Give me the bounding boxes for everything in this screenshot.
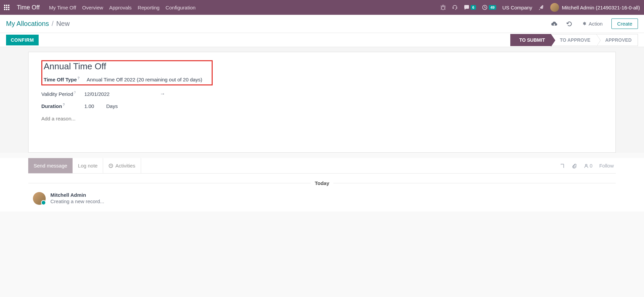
type-label: Time Off Type? [44, 76, 87, 82]
confirm-button[interactable]: CONFIRM [6, 35, 39, 45]
top-nav: Time Off My Time Off Overview Approvals … [0, 0, 644, 15]
validity-from[interactable]: 12/01/2022 [84, 91, 110, 97]
status-steps: TO SUBMIT TO APPROVE APPROVED [510, 33, 638, 47]
arrow-right-icon: → [160, 91, 165, 97]
message-item: Mitchell Admin Creating a new record... [28, 192, 616, 205]
activities-icon[interactable]: 49 [482, 5, 496, 10]
breadcrumb-current: New [56, 20, 70, 28]
chatter: Send message Log note Activities 0 Follo… [0, 158, 644, 212]
nav-configuration[interactable]: Configuration [166, 5, 196, 10]
tab-log-note[interactable]: Log note [73, 158, 103, 173]
duration-value[interactable]: 1.00 [84, 103, 94, 109]
step-approved[interactable]: APPROVED [596, 34, 638, 46]
control-panel: My Allocations / New Action Create [0, 15, 644, 33]
type-value[interactable]: Annual Time Off 2022 (20 remaining out o… [87, 77, 202, 82]
follow-button[interactable]: Follow [599, 163, 614, 169]
clock-icon [109, 163, 113, 168]
tools-icon[interactable] [538, 4, 544, 10]
user-name: Mitchell Admin (21490321-16-0-all) [562, 5, 640, 10]
svg-point-2 [586, 164, 587, 166]
user-menu[interactable]: Mitchell Admin (21490321-16-0-all) [550, 3, 640, 12]
activities-badge: 49 [489, 5, 496, 10]
apps-icon[interactable] [4, 5, 9, 10]
nav-approvals[interactable]: Approvals [109, 5, 132, 10]
support-icon[interactable] [452, 4, 458, 10]
message-author[interactable]: Mitchell Admin [50, 192, 104, 198]
date-today: Today [311, 180, 333, 186]
create-button[interactable]: Create [611, 18, 638, 29]
messages-icon[interactable]: 6 [464, 5, 476, 10]
highlight-annotation: Time Off Type? Annual Time Off 2022 (20 … [41, 60, 213, 85]
tab-activities[interactable]: Activities [103, 158, 141, 173]
help-icon[interactable]: ? [63, 103, 65, 107]
company-selector[interactable]: US Company [502, 5, 532, 10]
message-timeline: Today Mitchell Admin Creating a new reco… [28, 174, 616, 212]
breadcrumb: My Allocations / New [6, 20, 70, 28]
message-text: Creating a new record... [50, 198, 104, 204]
discard-icon[interactable] [566, 21, 572, 27]
user-avatar-icon [550, 3, 559, 12]
date-separator: Today [28, 180, 616, 186]
duration-unit: Days [106, 103, 118, 109]
chatter-tabs: Send message Log note Activities 0 Follo… [28, 158, 616, 174]
book-icon[interactable] [560, 163, 565, 169]
debug-icon[interactable] [440, 5, 446, 10]
step-to-approve[interactable]: TO APPROVE [551, 34, 596, 46]
form-sheet: Time Off Type? Annual Time Off 2022 (20 … [28, 52, 616, 153]
help-icon[interactable]: ? [78, 76, 80, 80]
status-bar: CONFIRM TO SUBMIT TO APPROVE APPROVED [0, 33, 644, 47]
help-icon[interactable]: ? [74, 91, 76, 95]
breadcrumb-separator: / [52, 20, 54, 28]
allocation-title-input[interactable] [44, 61, 209, 72]
validity-label: Validity Period? [41, 91, 84, 97]
action-menu[interactable]: Action [581, 21, 603, 27]
duration-label: Duration? [41, 103, 84, 109]
app-name[interactable]: Time Off [17, 4, 40, 11]
message-avatar-icon [33, 192, 46, 205]
nav-reporting[interactable]: Reporting [138, 5, 160, 10]
nav-overview[interactable]: Overview [82, 5, 103, 10]
reason-input[interactable] [41, 116, 603, 121]
form-content: Time Off Type? Annual Time Off 2022 (20 … [0, 47, 644, 153]
tab-send-message[interactable]: Send message [28, 158, 73, 173]
step-to-submit[interactable]: TO SUBMIT [510, 34, 551, 46]
messages-badge: 6 [471, 5, 476, 10]
nav-my-time-off[interactable]: My Time Off [49, 5, 76, 10]
breadcrumb-parent[interactable]: My Allocations [6, 20, 49, 28]
attachment-icon[interactable] [572, 163, 577, 169]
cloud-save-icon[interactable] [551, 21, 558, 27]
followers-count[interactable]: 0 [584, 163, 592, 169]
